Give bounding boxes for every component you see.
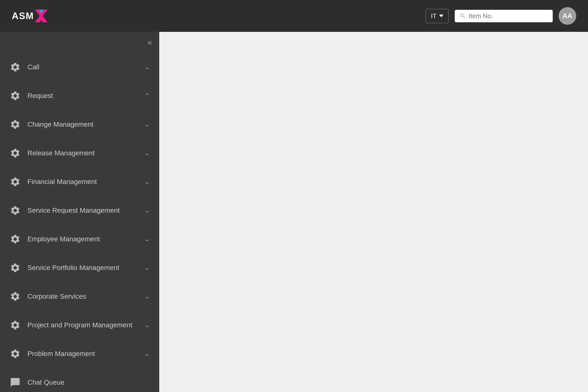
gear-icon	[10, 291, 20, 302]
sidebar-item-financial-management[interactable]: Financial Management ⌄	[0, 167, 159, 196]
gear-icon	[10, 320, 20, 330]
chevron-down-icon: ⌄	[144, 178, 150, 185]
logo: ASM	[12, 10, 48, 22]
gear-icon	[10, 62, 20, 72]
sidebar-item-problem-management[interactable]: Problem Management ⌄	[0, 339, 159, 368]
gear-icon	[10, 262, 20, 273]
search-input[interactable]	[469, 12, 548, 20]
chevron-down-icon: ⌄	[144, 121, 150, 128]
chevron-up-icon: ⌃	[144, 92, 150, 99]
gear-icon	[10, 119, 20, 130]
chat-icon	[10, 377, 20, 388]
sidebar-item-service-request-management-label: Service Request Management	[28, 206, 120, 215]
dropdown-chevron-icon	[439, 14, 444, 18]
sidebar-item-employee-management-label: Employee Management	[28, 235, 100, 244]
logo-icon	[35, 10, 48, 22]
sidebar-item-call[interactable]: Call ⌄	[0, 53, 159, 81]
chevron-down-icon: ⌄	[144, 64, 150, 70]
chevron-down-icon: ⌄	[144, 150, 150, 156]
search-icon	[460, 12, 466, 19]
chevron-down-icon: ⌄	[144, 322, 150, 328]
sidebar-item-release-management[interactable]: Release Management ⌄	[0, 139, 159, 167]
gear-icon	[10, 90, 20, 101]
sidebar-collapse: «	[0, 32, 159, 53]
sidebar-item-corporate-services[interactable]: Corporate Services ⌄	[0, 282, 159, 311]
it-dropdown[interactable]: IT	[426, 9, 449, 23]
sidebar-item-corporate-services-label: Corporate Services	[28, 292, 86, 301]
gear-icon	[10, 148, 20, 158]
chevron-down-icon: ⌄	[144, 207, 150, 214]
sidebar-item-change-management[interactable]: Change Management ⌄	[0, 110, 159, 139]
chevron-down-icon: ⌄	[144, 264, 150, 271]
gear-icon	[10, 348, 20, 359]
chevron-down-icon: ⌄	[144, 293, 150, 300]
sidebar-item-service-portfolio-management-label: Service Portfolio Management	[28, 264, 119, 272]
avatar[interactable]: AA	[558, 7, 576, 25]
logo-text: ASM	[12, 11, 34, 21]
sidebar-item-project-program-management-label: Project and Program Management	[28, 321, 132, 330]
it-label: IT	[431, 12, 436, 20]
avatar-initials: AA	[562, 12, 572, 20]
gear-icon	[10, 234, 20, 244]
sidebar-item-project-program-management[interactable]: Project and Program Management ⌄	[0, 311, 159, 339]
search-bar	[455, 10, 553, 22]
sidebar-item-service-portfolio-management[interactable]: Service Portfolio Management ⌄	[0, 253, 159, 282]
gear-icon	[10, 205, 20, 216]
sidebar-item-chat-queue-label: Chat Queue	[28, 378, 64, 387]
chevron-down-icon: ⌄	[144, 350, 150, 357]
sidebar-item-employee-management[interactable]: Employee Management ⌄	[0, 225, 159, 253]
sidebar-item-change-management-label: Change Management	[28, 120, 93, 129]
collapse-button[interactable]: «	[148, 38, 152, 47]
sidebar: « Call ⌄ Request ⌃ Change Management ⌄	[0, 32, 159, 392]
chevron-down-icon: ⌄	[144, 236, 150, 242]
sidebar-item-release-management-label: Release Management	[28, 149, 94, 158]
gear-icon	[10, 176, 20, 187]
sidebar-item-problem-management-label: Problem Management	[28, 349, 95, 358]
main-content	[159, 32, 588, 392]
sidebar-item-request-label: Request	[28, 92, 53, 100]
sidebar-item-financial-management-label: Financial Management	[28, 178, 97, 186]
sidebar-item-call-label: Call	[28, 63, 39, 72]
sidebar-item-service-request-management[interactable]: Service Request Management ⌄	[0, 196, 159, 225]
header-right: IT AA	[426, 7, 576, 25]
sidebar-item-request[interactable]: Request ⌃	[0, 81, 159, 110]
header: ASM IT AA	[0, 0, 588, 32]
sidebar-item-chat-queue[interactable]: Chat Queue	[0, 368, 159, 392]
